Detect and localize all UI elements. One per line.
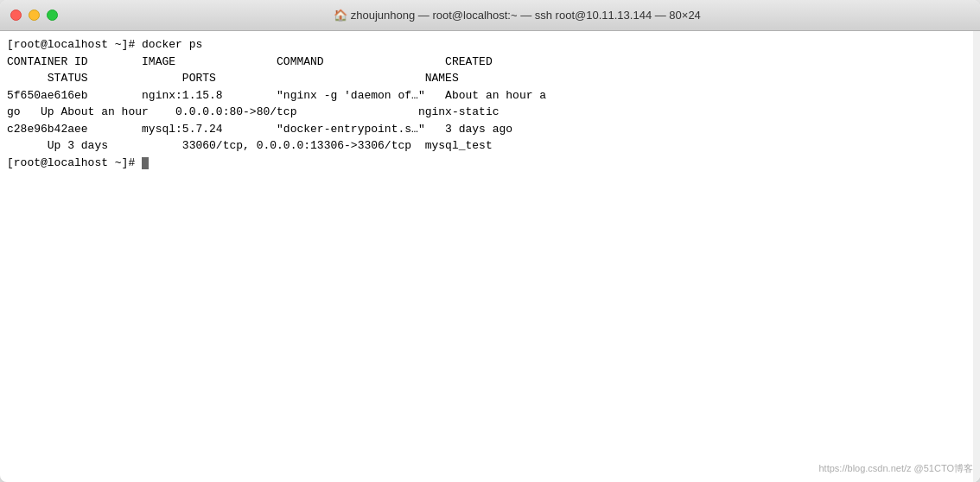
terminal-line: go Up About an hour 0.0.0.0:80->80/tcp n… [7,104,973,121]
terminal-line: c28e96b42aee mysql:5.7.24 "docker-entryp… [7,121,973,138]
terminal-line: STATUS PORTS NAMES [7,70,973,87]
maximize-button[interactable] [47,10,58,21]
titlebar: 🏠 zhoujunhong — root@localhost:~ — ssh r… [0,0,980,31]
scrollbar[interactable] [973,31,980,482]
terminal-window: 🏠 zhoujunhong — root@localhost:~ — ssh r… [0,0,980,482]
terminal-line: CONTAINER ID IMAGE COMMAND CREATED [7,54,973,71]
terminal-line: [root@localhost ~]# docker ps [7,36,973,54]
terminal-prompt-line: [root@localhost ~]# [7,155,973,172]
close-button[interactable] [10,10,22,21]
watermark: https://blog.csdn.net/z @51CTO博客 [819,461,974,476]
terminal-cursor [142,157,149,169]
window-title: 🏠 zhoujunhong — root@localhost:~ — ssh r… [65,9,970,22]
minimize-button[interactable] [29,10,40,21]
terminal-line: Up 3 days 33060/tcp, 0.0.0.0:13306->3306… [7,137,973,155]
terminal-body[interactable]: [root@localhost ~]# docker ps CONTAINER … [0,31,980,482]
home-icon: 🏠 [334,9,351,22]
terminal-line: 5f650ae616eb nginx:1.15.8 "nginx -g 'dae… [7,87,973,105]
